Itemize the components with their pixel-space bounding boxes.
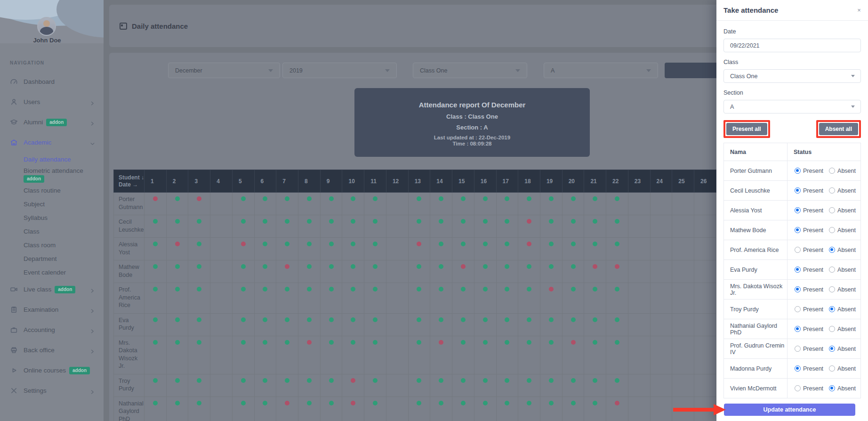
sidebar-item-accounting[interactable]: Accounting (0, 320, 104, 340)
absent-radio-group[interactable]: Absent (829, 247, 856, 253)
filter-action-button-partially-hidden[interactable] (665, 63, 720, 78)
present-dot (496, 336, 518, 374)
sidebar-subitem-class[interactable]: Class (0, 225, 104, 238)
grid-day-header: 19 (540, 170, 562, 193)
sidebar-item-live-class[interactable]: Live classaddon (0, 279, 104, 300)
absent-dot (276, 397, 298, 421)
present-dot (254, 260, 276, 283)
clipboard-icon (10, 306, 18, 314)
sidebar-subitem-subject[interactable]: Subject (0, 197, 104, 211)
absent-radio-group[interactable]: Absent (829, 187, 856, 194)
present-radio[interactable] (795, 306, 801, 312)
sidebar-item-back-office[interactable]: Back office (0, 340, 104, 360)
absent-radio-group[interactable]: Absent (829, 286, 856, 293)
sidebar-subitem-class-room[interactable]: Class room (0, 238, 104, 252)
absent-radio-group[interactable]: Absent (829, 346, 856, 352)
sidebar-item-settings[interactable]: Settings (0, 381, 104, 401)
present-radio-group[interactable]: Present (795, 365, 823, 372)
absent-radio[interactable] (829, 267, 835, 273)
absent-radio[interactable] (829, 247, 835, 253)
present-radio[interactable] (795, 286, 801, 292)
present-radio[interactable] (795, 247, 801, 253)
absent-radio[interactable] (829, 286, 835, 292)
sidebar-subitem-department[interactable]: Department (0, 252, 104, 266)
absent-radio-group[interactable]: Absent (829, 326, 856, 332)
class-filter-select[interactable]: Class One (413, 63, 527, 78)
sidebar-item-online-courses[interactable]: Online coursesaddon (0, 360, 104, 381)
present-radio-label: Present (803, 346, 823, 352)
present-dot (606, 283, 628, 314)
present-radio[interactable] (795, 168, 801, 174)
sidebar-item-dashboard[interactable]: Dashboard (0, 72, 104, 92)
present-dot (232, 374, 254, 397)
present-radio-group[interactable]: Present (795, 247, 823, 253)
sidebar-item-examination[interactable]: Examination (0, 300, 104, 320)
present-radio[interactable] (795, 326, 801, 332)
chevron-right-icon (90, 307, 95, 312)
absent-radio[interactable] (829, 187, 835, 194)
absent-all-button[interactable]: Absent all (819, 123, 858, 135)
update-attendance-button[interactable]: Update attendance (724, 404, 855, 416)
present-dot (342, 313, 364, 336)
roster-status-cell: PresentAbsent (788, 300, 861, 319)
present-radio-group[interactable]: Present (795, 168, 823, 174)
class-select[interactable]: Class One (723, 69, 861, 83)
section-select[interactable]: A (723, 100, 861, 113)
sidebar-subitem-biometric-attendance[interactable]: Biometric attendanceaddon (0, 166, 104, 184)
absent-radio-group[interactable]: Absent (829, 207, 856, 214)
absent-dot (166, 238, 188, 260)
present-radio-group[interactable]: Present (795, 227, 823, 234)
present-radio-group[interactable]: Present (795, 286, 823, 293)
present-radio[interactable] (795, 267, 801, 273)
date-input[interactable]: 09/22/2021 (723, 39, 861, 52)
present-radio-group[interactable]: Present (795, 385, 823, 392)
empty-day-cell (672, 336, 694, 374)
empty-day-cell (628, 336, 650, 374)
present-dot (364, 238, 386, 260)
sidebar-subitem-event-calender[interactable]: Event calender (0, 266, 104, 279)
absent-radio[interactable] (829, 365, 835, 372)
absent-dot (145, 193, 167, 215)
section-filter-select[interactable]: A (544, 63, 658, 78)
absent-radio-group[interactable]: Absent (829, 227, 856, 234)
present-radio[interactable] (795, 227, 801, 233)
present-radio[interactable] (795, 365, 801, 372)
present-dot (320, 374, 342, 397)
present-radio[interactable] (795, 207, 801, 213)
present-radio-group[interactable]: Present (795, 267, 823, 273)
present-all-button[interactable]: Present all (726, 123, 767, 135)
page-header-card: Daily attendance (109, 5, 720, 47)
absent-radio[interactable] (829, 385, 835, 391)
absent-radio[interactable] (829, 168, 835, 174)
year-filter-select[interactable]: 2019 (282, 63, 397, 78)
addon-badge: addon (69, 367, 90, 374)
absent-radio[interactable] (829, 346, 835, 352)
absent-radio[interactable] (829, 326, 835, 332)
absent-radio-group[interactable]: Absent (829, 306, 856, 313)
sidebar-item-users[interactable]: Users (0, 92, 104, 112)
present-dot (320, 313, 342, 336)
present-radio-group[interactable]: Present (795, 207, 823, 214)
sidebar-item-academic[interactable]: Academic (0, 132, 104, 153)
month-filter-select[interactable]: December (168, 63, 280, 78)
sidebar-subitem-class-routine[interactable]: Class routine (0, 184, 104, 197)
sidebar-subitem-daily-attendance[interactable]: Daily attendance (0, 153, 104, 166)
present-radio-group[interactable]: Present (795, 306, 823, 313)
absent-radio-group[interactable]: Absent (829, 365, 856, 372)
absent-radio[interactable] (829, 306, 835, 312)
absent-radio-group[interactable]: Absent (829, 385, 856, 392)
empty-day-cell (694, 374, 716, 397)
present-radio[interactable] (795, 187, 801, 194)
sidebar-item-alumni[interactable]: Alumniaddon (0, 112, 104, 132)
present-radio[interactable] (795, 346, 801, 352)
absent-radio-group[interactable]: Absent (829, 267, 856, 273)
present-radio-group[interactable]: Present (795, 346, 823, 352)
absent-radio[interactable] (829, 227, 835, 233)
sidebar-subitem-syllabus[interactable]: Syllabus (0, 211, 104, 225)
present-radio[interactable] (795, 385, 801, 391)
absent-radio-group[interactable]: Absent (829, 168, 856, 174)
present-radio-group[interactable]: Present (795, 187, 823, 194)
present-radio-group[interactable]: Present (795, 326, 823, 332)
close-icon[interactable]: × (855, 6, 863, 15)
absent-radio[interactable] (829, 207, 835, 213)
